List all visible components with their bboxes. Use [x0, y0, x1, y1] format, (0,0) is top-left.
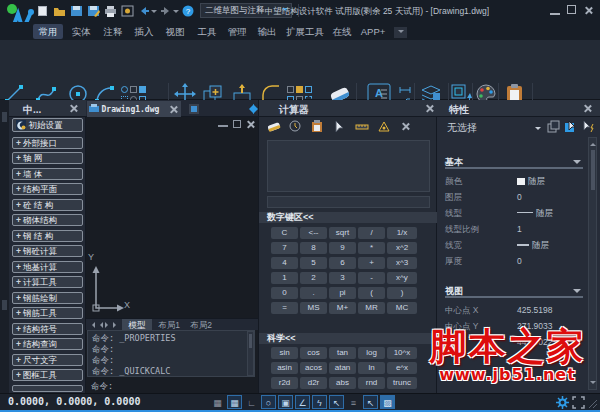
quick-select-icon[interactable]	[581, 120, 595, 133]
save-button[interactable]	[70, 5, 83, 17]
science-header[interactable]: 科学<<	[259, 333, 438, 344]
calc-clear-icon[interactable]	[267, 120, 281, 133]
sidebar-item-calculation-tools[interactable]: +计算工具	[12, 276, 83, 288]
calc-key[interactable]: 5	[300, 257, 327, 269]
calc-key[interactable]: MS	[300, 302, 327, 314]
calc-key[interactable]: 8	[300, 242, 327, 254]
tab-home[interactable]: 常用	[33, 24, 63, 39]
toggle-pickadd-icon[interactable]	[547, 120, 560, 133]
dock-handle[interactable]	[2, 112, 7, 122]
preview-button[interactable]	[121, 5, 134, 17]
sidebar-item-structure-plane[interactable]: +结构平面	[12, 183, 83, 195]
minimize-button[interactable]	[550, 6, 560, 15]
ribbon-collapse-icon[interactable]	[394, 27, 407, 38]
object-track-icon[interactable]: ϟ	[312, 395, 327, 409]
document-tab-close-icon[interactable]	[169, 105, 178, 114]
layout-prev-icon[interactable]	[97, 322, 103, 328]
calc-key[interactable]: sqrt	[329, 227, 356, 239]
tab-express[interactable]: 扩展工具	[283, 24, 327, 39]
calc-angle-icon[interactable]	[377, 120, 391, 133]
sidebar-close-icon[interactable]	[69, 104, 78, 113]
calc-key[interactable]: tan	[329, 347, 356, 359]
lineweight-icon[interactable]: ≡	[346, 395, 361, 409]
scroll-thumb[interactable]	[591, 150, 595, 190]
calc-key[interactable]: r2d	[271, 377, 298, 389]
calc-key[interactable]: +	[358, 257, 385, 269]
settings-gear-icon[interactable]	[556, 396, 569, 409]
calc-pick-point-icon[interactable]	[333, 120, 347, 133]
close-button[interactable]	[584, 6, 593, 15]
sidebar-item-dimension-text[interactable]: +尺寸文字	[12, 354, 83, 366]
calc-key[interactable]: .	[300, 287, 327, 299]
scroll-down-icon[interactable]	[590, 381, 596, 387]
calc-paste-icon[interactable]	[311, 120, 325, 133]
tab-solid[interactable]: 实体	[66, 24, 96, 39]
calc-key[interactable]: =	[271, 302, 298, 314]
calc-key[interactable]: acos	[300, 362, 327, 374]
calc-key[interactable]: e^x	[387, 362, 417, 374]
tab-annotate[interactable]: 注释	[98, 24, 128, 39]
calc-key[interactable]: 1/x	[387, 227, 417, 239]
selection-dropdown-icon[interactable]	[535, 127, 541, 133]
calc-key[interactable]: <--	[300, 227, 327, 239]
sidebar-item-concrete-structure[interactable]: +砼 结 构	[12, 199, 83, 211]
sidebar-item-foundation-calculation[interactable]: +地基计算	[12, 261, 83, 273]
document-tab[interactable]: Drawing1.dwg	[87, 101, 181, 117]
redo-dropdown-icon[interactable]	[173, 10, 179, 16]
select-objects-icon[interactable]	[564, 120, 577, 133]
calc-delete-icon[interactable]	[401, 122, 410, 131]
tab-app-plus[interactable]: APP+	[357, 24, 389, 39]
calc-key[interactable]: MC	[387, 302, 417, 314]
calc-key[interactable]: 0	[271, 287, 298, 299]
help-icon[interactable]: ?	[182, 5, 194, 17]
ortho-icon[interactable]: ∟	[244, 395, 259, 409]
sidebar-item-frame-tools[interactable]: +图框工具	[12, 369, 83, 381]
angle-snap-icon[interactable]: ∠	[295, 395, 310, 409]
undo-button[interactable]	[138, 5, 150, 17]
sidebar-item-structure-query[interactable]: +结构查询	[12, 338, 83, 350]
calc-key[interactable]: C	[271, 227, 298, 239]
sidebar-item-external-interface[interactable]: +外部接口	[12, 137, 83, 149]
calculator-close-icon[interactable]	[425, 104, 434, 113]
calc-key[interactable]: 3	[329, 272, 356, 284]
calc-key[interactable]: sin	[271, 347, 298, 359]
layout-next-icon[interactable]	[105, 322, 111, 328]
prop-row-linetype-scale[interactable]: 线型比例1	[445, 222, 583, 236]
calc-key[interactable]: cos	[300, 347, 327, 359]
calc-key[interactable]: /	[358, 227, 385, 239]
calc-key[interactable]: abs	[329, 377, 356, 389]
sidebar-item-wall[interactable]: +墙 体	[12, 168, 83, 180]
calc-key[interactable]: 10^x	[387, 347, 417, 359]
redo-button[interactable]	[160, 5, 172, 17]
calc-key[interactable]: pi	[329, 287, 356, 299]
calc-key[interactable]: 1	[271, 272, 298, 284]
prop-row-center-y[interactable]: 中心点 Y271.9033	[445, 319, 583, 333]
undo-dropdown-icon[interactable]	[151, 10, 157, 16]
child-restore-icon[interactable]	[233, 120, 241, 128]
sidebar-item-axis-grid[interactable]: +轴 网	[12, 152, 83, 164]
grid-icon[interactable]: ▦	[210, 395, 225, 409]
calc-key[interactable]: atan	[329, 362, 356, 374]
sidebar-item-init-settings[interactable]: 初始设置	[12, 118, 83, 132]
tab-manage[interactable]: 管理	[222, 24, 252, 39]
sidebar-item-structure-symbols[interactable]: +结构符号	[12, 323, 83, 335]
calc-key[interactable]: x^2	[387, 242, 417, 254]
calc-key[interactable]: 9	[329, 242, 356, 254]
osnap-icon[interactable]: ▣	[278, 395, 293, 409]
scroll-up-icon[interactable]	[590, 140, 596, 146]
section-basic[interactable]: 基本	[445, 156, 583, 169]
calc-key[interactable]: -	[358, 272, 385, 284]
dock-handle[interactable]	[2, 300, 7, 310]
maximize-button[interactable]	[567, 5, 576, 14]
open-folder-button[interactable]	[53, 5, 66, 17]
new-file-button[interactable]	[36, 5, 49, 17]
sidebar-item-steel-structure[interactable]: +钢 结 构	[12, 230, 83, 242]
layout-first-icon[interactable]	[89, 322, 95, 328]
prop-row-thickness[interactable]: 厚度0	[445, 254, 583, 268]
prop-row-layer[interactable]: 图层0	[445, 190, 583, 204]
command-scrollbar[interactable]	[247, 331, 254, 376]
calc-key[interactable]: log	[358, 347, 385, 359]
calc-key[interactable]: rnd	[358, 377, 385, 389]
calc-measure-icon[interactable]	[355, 120, 369, 133]
properties-scrollbar[interactable]	[588, 137, 597, 390]
